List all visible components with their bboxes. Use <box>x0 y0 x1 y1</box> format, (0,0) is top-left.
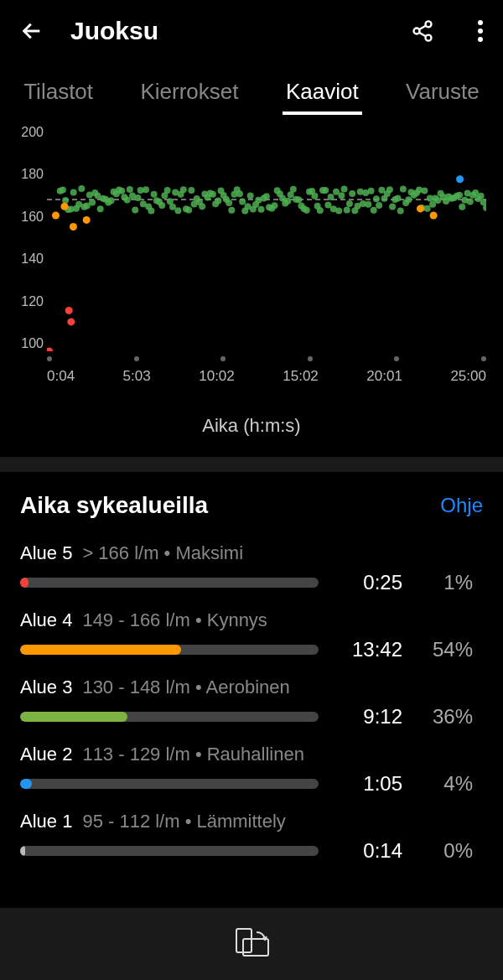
zone-row[interactable]: Alue 5 > 166 l/m • Maksimi 0:25 1% <box>20 542 483 594</box>
svg-point-42 <box>143 186 149 193</box>
zone-row[interactable]: Alue 1 95 - 112 l/m • Lämmittely 0:14 0% <box>20 811 483 863</box>
tab-1[interactable]: Kierrokset <box>137 72 241 115</box>
svg-point-175 <box>430 212 438 220</box>
zones-header: Aika sykealueilla Ohje <box>20 492 483 519</box>
zone-bar-row: 13:42 54% <box>20 638 483 661</box>
svg-point-39 <box>134 194 141 201</box>
tab-0[interactable]: Tilastot <box>20 72 96 115</box>
x-tick: 10:02 <box>199 368 235 385</box>
tabs: TilastotKierroksetKaaviotVaruste <box>0 62 503 125</box>
svg-point-2 <box>414 29 420 34</box>
svg-point-178 <box>67 318 75 325</box>
zone-bar-track <box>20 578 319 588</box>
x-tick: 5:03 <box>123 368 151 385</box>
tab-3[interactable]: Varuste <box>402 72 483 115</box>
zone-bar-fill <box>20 712 127 722</box>
zone-desc: 149 - 166 l/m • Kynnys <box>82 609 267 631</box>
bottom-bar <box>0 908 503 980</box>
svg-point-6 <box>478 20 483 25</box>
zone-row[interactable]: Alue 4 149 - 166 l/m • Kynnys 13:42 54% <box>20 609 483 661</box>
y-tick: 140 <box>17 251 44 267</box>
svg-point-172 <box>70 223 77 231</box>
zone-time: 13:42 <box>335 638 402 661</box>
tab-2[interactable]: Kaaviot <box>283 72 362 115</box>
svg-point-33 <box>118 188 125 194</box>
x-dot <box>134 356 139 361</box>
zone-bar-row: 0:25 1% <box>20 571 483 594</box>
svg-point-127 <box>371 207 377 214</box>
svg-point-110 <box>324 202 331 209</box>
svg-point-8 <box>478 37 483 42</box>
svg-point-85 <box>257 206 264 213</box>
zone-row[interactable]: Alue 2 113 - 129 l/m • Rauhallinen 1:05 … <box>20 744 483 796</box>
zone-pct: 4% <box>419 772 473 796</box>
svg-point-45 <box>151 191 158 198</box>
svg-point-50 <box>164 187 171 194</box>
zone-bar-track <box>20 779 319 789</box>
section-divider <box>0 457 503 472</box>
zone-info: Alue 5 > 166 l/m • Maksimi <box>20 542 483 564</box>
svg-point-133 <box>386 186 393 193</box>
zone-row[interactable]: Alue 3 130 - 148 l/m • Aerobinen 9:12 36… <box>20 677 483 729</box>
svg-point-107 <box>317 207 324 214</box>
svg-line-5 <box>419 33 426 37</box>
svg-point-3 <box>426 35 432 41</box>
svg-point-95 <box>284 198 291 205</box>
zone-time: 1:05 <box>335 772 402 796</box>
svg-point-134 <box>389 203 396 210</box>
svg-point-74 <box>228 207 235 214</box>
svg-point-116 <box>341 185 348 192</box>
rotate-screen-icon[interactable] <box>231 927 272 961</box>
svg-point-176 <box>47 348 53 352</box>
help-link[interactable]: Ohje <box>440 494 483 517</box>
zone-bar-track <box>20 645 319 655</box>
zone-info: Alue 4 149 - 166 l/m • Kynnys <box>20 609 483 631</box>
zone-name: Alue 1 <box>20 811 72 832</box>
svg-point-137 <box>397 208 404 215</box>
svg-point-81 <box>247 193 254 200</box>
chart-canvas <box>47 125 486 351</box>
svg-point-146 <box>421 187 428 194</box>
svg-point-48 <box>158 202 165 209</box>
page-title: Juoksu <box>70 17 384 45</box>
x-dot <box>308 356 313 361</box>
x-dot <box>47 356 52 361</box>
zones-title: Aika sykealueilla <box>20 492 208 519</box>
zone-time: 0:14 <box>335 839 402 863</box>
back-icon[interactable] <box>20 19 44 43</box>
chart-x-dots <box>47 356 486 361</box>
more-vertical-icon[interactable] <box>478 19 483 43</box>
x-tick: 20:01 <box>366 368 402 385</box>
x-dot <box>481 356 486 361</box>
svg-point-15 <box>70 189 77 196</box>
svg-point-29 <box>107 197 114 204</box>
svg-point-78 <box>239 198 246 205</box>
zone-desc: 113 - 129 l/m • Rauhallinen <box>82 744 304 765</box>
svg-point-58 <box>185 207 192 214</box>
zone-bar-track <box>20 846 319 856</box>
svg-point-140 <box>405 196 412 203</box>
svg-point-111 <box>328 194 334 200</box>
svg-point-36 <box>127 186 133 193</box>
svg-point-56 <box>180 186 187 193</box>
svg-point-22 <box>89 200 96 206</box>
svg-point-54 <box>174 207 181 214</box>
header: Juoksu <box>0 0 503 62</box>
svg-point-87 <box>263 193 270 200</box>
svg-point-119 <box>349 190 355 197</box>
svg-point-149 <box>429 201 436 208</box>
svg-point-126 <box>368 188 375 194</box>
zone-time: 9:12 <box>335 705 402 729</box>
zone-bar-track <box>20 712 319 722</box>
zone-name: Alue 3 <box>20 677 72 698</box>
zone-bar-row: 9:12 36% <box>20 705 483 729</box>
svg-point-129 <box>376 202 382 209</box>
svg-point-115 <box>338 192 345 199</box>
svg-point-44 <box>148 207 154 214</box>
zone-name: Alue 5 <box>20 542 72 564</box>
y-tick: 200 <box>17 125 44 140</box>
y-tick: 100 <box>17 336 44 351</box>
share-icon[interactable] <box>411 19 434 43</box>
svg-point-1 <box>426 21 432 27</box>
svg-point-99 <box>295 196 302 203</box>
